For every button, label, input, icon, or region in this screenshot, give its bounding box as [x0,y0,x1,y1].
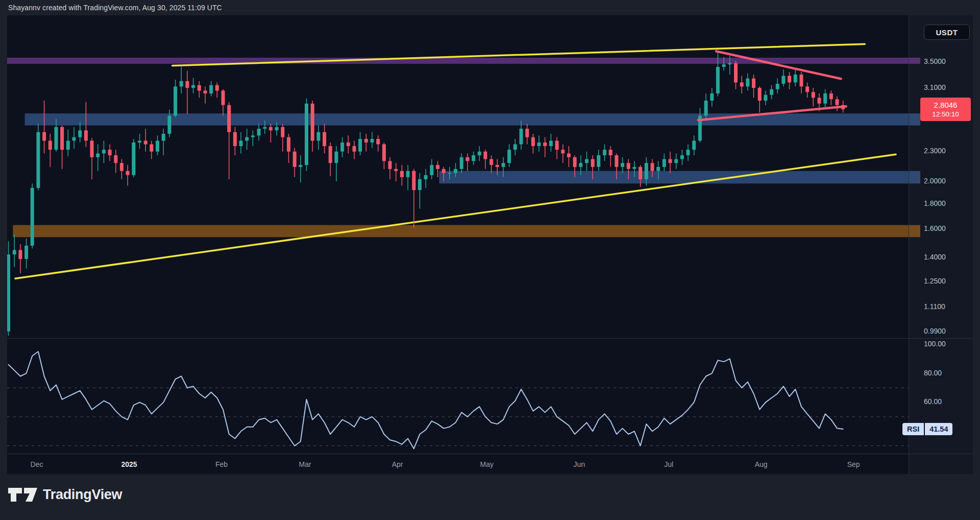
tradingview-logo-icon [8,484,38,505]
chart-widget: 3.50003.10002.30002.00001.80001.60001.40… [7,15,973,474]
time-axis[interactable] [7,454,973,474]
currency-toggle-button[interactable]: USDT [924,25,970,40]
footer: TradingView [0,474,980,520]
rsi-badge: RSI 41.54 [902,423,952,435]
tradingview-brand-text: TradingView [43,487,122,503]
rsi-line [9,351,843,448]
price-axis[interactable] [909,15,973,454]
support-zone-2.0[interactable] [439,171,920,184]
rsi-value: 41.54 [925,423,952,435]
attribution-text: Shayannv created with TradingView.com, A… [8,4,222,12]
last-price-value: 2.8046 [934,100,958,110]
tradingview-chart-screenshot: Shayannv created with TradingView.com, A… [0,0,980,520]
last-price-badge: 2.8046 12:50:10 [920,98,971,121]
tradingview-logo[interactable]: TradingView [8,484,122,505]
chart-canvas[interactable]: 3.50003.10002.30002.00001.80001.60001.40… [7,15,973,474]
support-zone-2.7[interactable] [25,113,920,125]
rsi-label: RSI [902,423,924,435]
support-zone-1.6[interactable] [13,225,920,238]
bar-countdown: 12:50:10 [932,110,959,119]
attribution-bar: Shayannv created with TradingView.com, A… [0,0,980,15]
resistance-zone-3.5[interactable] [7,58,920,64]
